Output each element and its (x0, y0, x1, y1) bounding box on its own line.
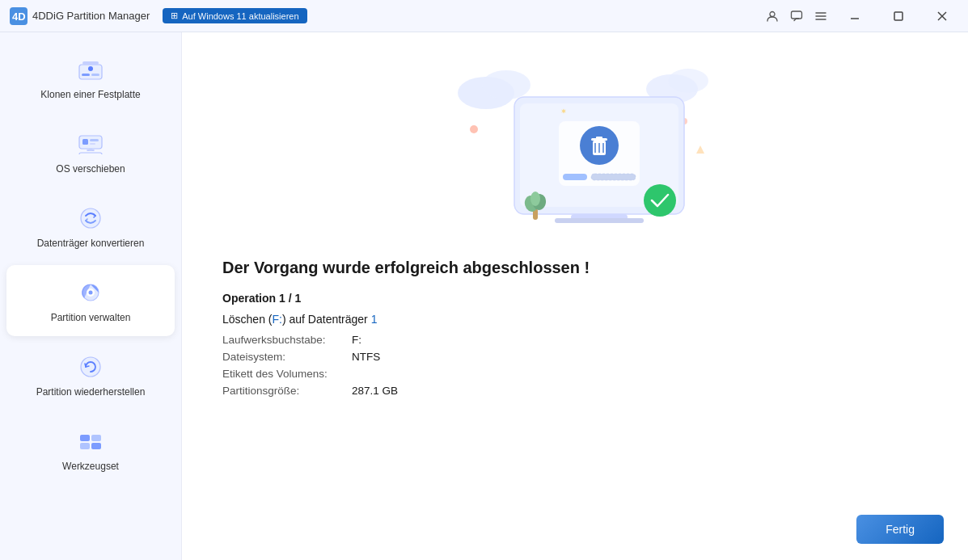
sidebar-item-convert-label: Datenträger konvertieren (37, 238, 145, 249)
footer-area: Fertig (182, 507, 968, 560)
svg-rect-29 (91, 443, 101, 449)
sidebar-item-tools-label: Werkzeugset (62, 461, 119, 472)
detail-row-1: Dateisystem: NTFS (222, 351, 928, 363)
svg-point-24 (89, 291, 93, 295)
info-area: Der Vorgang wurde erfolgreich abgeschlos… (182, 251, 968, 507)
operation-description: Löschen (F:) auf Datenträger 1 (222, 313, 928, 326)
svg-rect-26 (80, 435, 90, 441)
svg-rect-19 (90, 143, 95, 145)
sidebar-item-restore[interactable]: Partition wiederherstellen (6, 339, 175, 411)
detail-label-1: Dateisystem: (222, 351, 352, 363)
detail-row-2: Etikett des Volumens: (222, 368, 928, 380)
svg-point-54 (530, 192, 540, 206)
success-illustration (438, 48, 712, 242)
sidebar-item-clone-label: Klonen einer Festplatte (40, 89, 140, 100)
account-button[interactable] (766, 10, 779, 23)
detail-value-3: 287.1 GB (352, 385, 398, 397)
svg-text:4D: 4D (12, 11, 26, 23)
sidebar-item-manage[interactable]: Partition verwalten (6, 265, 175, 336)
app-logo: 4D 4DDiG Partition Manager (10, 7, 150, 25)
svg-point-25 (81, 357, 100, 377)
svg-rect-18 (90, 139, 99, 141)
svg-rect-14 (91, 74, 99, 76)
detail-label-3: Partitionsgröße: (222, 385, 352, 397)
detail-value-0: F: (352, 334, 361, 346)
content-area: Der Vorgang wurde erfolgreich abgeschlos… (182, 32, 968, 560)
restore-icon (76, 352, 105, 381)
sidebar-item-tools[interactable]: Werkzeugset (6, 414, 175, 485)
svg-point-50 (644, 184, 676, 217)
sidebar-item-os-label: OS verschieben (56, 163, 125, 175)
titlebar: 4D 4DDiG Partition Manager ⊞ Auf Windows… (0, 0, 968, 32)
manage-icon (76, 278, 105, 307)
menu-button[interactable] (814, 10, 827, 23)
op-disk: 1 (371, 313, 378, 326)
sidebar: Klonen einer Festplatte OS verschieben (0, 32, 182, 560)
os-icon (76, 129, 105, 158)
svg-rect-48 (563, 174, 587, 180)
sidebar-item-os[interactable]: OS verschieben (6, 116, 175, 187)
chat-button[interactable] (790, 10, 803, 23)
svg-point-31 (482, 70, 530, 99)
finish-button[interactable]: Fertig (856, 515, 944, 544)
svg-point-34 (470, 125, 478, 133)
detail-row-0: Laufwerksbuchstabe: F: (222, 334, 928, 346)
titlebar-controls (766, 4, 958, 28)
detail-label-0: Laufwerksbuchstabe: (222, 334, 352, 346)
tools-icon (76, 427, 105, 456)
sidebar-item-manage-label: Partition verwalten (51, 312, 131, 323)
svg-rect-13 (82, 74, 90, 76)
sidebar-item-restore-label: Partition wiederherstellen (36, 386, 146, 398)
svg-rect-44 (596, 137, 602, 140)
windows11-badge[interactable]: ⊞ Auf Windows 11 aktualisieren (163, 8, 306, 23)
illustration-area (182, 32, 968, 251)
operation-header: Operation 1 / 1 (222, 292, 928, 305)
convert-icon (76, 204, 105, 233)
svg-rect-28 (80, 443, 90, 449)
svg-point-33 (668, 69, 708, 93)
op-desc-prefix: Löschen ( (222, 313, 272, 326)
svg-rect-49 (591, 174, 636, 180)
main-container: Klonen einer Festplatte OS verschieben (0, 32, 968, 560)
svg-rect-20 (89, 149, 92, 151)
detail-row-3: Partitionsgröße: 287.1 GB (222, 385, 928, 397)
svg-rect-27 (91, 435, 101, 441)
windows11-icon: ⊞ (171, 11, 178, 21)
svg-rect-12 (82, 61, 99, 65)
minimize-button[interactable] (839, 4, 871, 28)
op-desc-middle: ) auf Datenträger (282, 313, 371, 326)
detail-value-1: NTFS (352, 351, 380, 363)
app-title: 4DDiG Partition Manager (32, 10, 150, 22)
svg-point-15 (88, 66, 93, 71)
svg-rect-39 (555, 218, 644, 223)
svg-rect-8 (894, 12, 902, 20)
detail-label-2: Etikett des Volumens: (222, 368, 352, 380)
close-button[interactable] (926, 4, 958, 28)
badge-label: Auf Windows 11 aktualisieren (182, 11, 298, 21)
clone-icon (76, 55, 105, 84)
svg-point-21 (81, 208, 100, 228)
sidebar-item-convert[interactable]: Datenträger konvertieren (6, 191, 175, 262)
svg-rect-17 (82, 139, 88, 145)
success-title: Der Vorgang wurde erfolgreich abgeschlos… (222, 259, 928, 277)
app-logo-icon: 4D (10, 7, 27, 25)
svg-point-2 (770, 11, 775, 16)
maximize-button[interactable] (882, 4, 915, 28)
sidebar-item-clone[interactable]: Klonen einer Festplatte (6, 42, 175, 113)
svg-rect-3 (792, 11, 802, 19)
op-drive: F: (272, 313, 281, 326)
